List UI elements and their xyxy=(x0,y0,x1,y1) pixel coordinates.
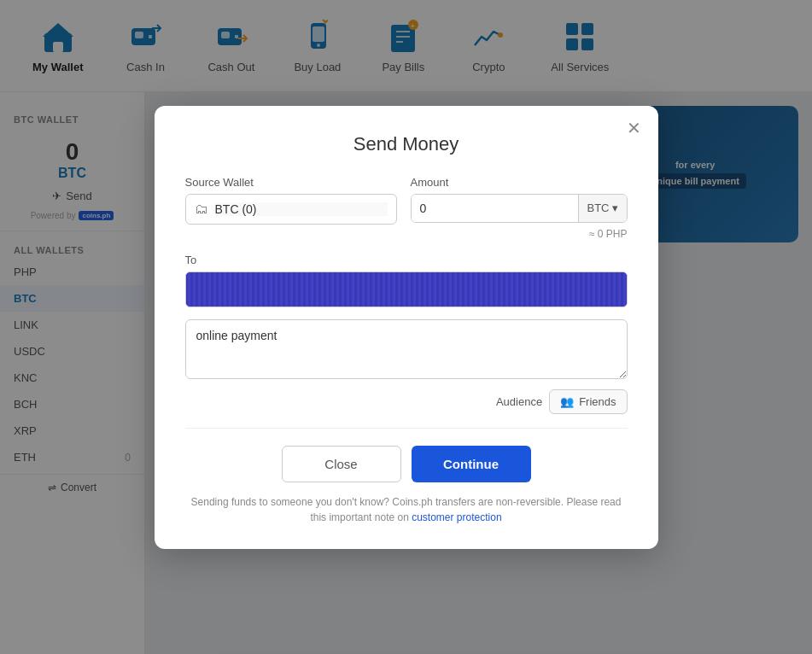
amount-label: Amount xyxy=(411,176,628,189)
to-input[interactable] xyxy=(186,272,627,307)
friends-icon: 👥 xyxy=(560,395,574,408)
audience-friends-button[interactable]: 👥 Friends xyxy=(549,389,627,414)
note-textarea[interactable]: online payment xyxy=(185,319,628,379)
to-section: To xyxy=(185,254,628,307)
to-input-redacted[interactable] xyxy=(185,272,628,307)
modal-divider xyxy=(185,428,628,429)
amount-input-wrap: BTC ▾ xyxy=(411,194,628,223)
audience-label: Audience xyxy=(496,395,542,408)
source-wallet-label: Source Wallet xyxy=(185,176,397,189)
modal-overlay: ✕ Send Money Source Wallet 🗂 Amount BTC … xyxy=(0,0,812,654)
button-row: Close Continue xyxy=(185,446,628,482)
form-row-source-amount: Source Wallet 🗂 Amount BTC ▾ ≈ 0 PHP xyxy=(185,176,628,240)
chevron-down-icon: ▾ xyxy=(612,201,618,214)
source-wallet-input-wrap: 🗂 xyxy=(185,194,397,225)
modal-close-button[interactable]: ✕ xyxy=(627,120,641,137)
continue-button[interactable]: Continue xyxy=(412,446,531,482)
modal-title: Send Money xyxy=(185,133,628,155)
php-equiv: ≈ 0 PHP xyxy=(411,228,628,240)
currency-select[interactable]: BTC ▾ xyxy=(578,195,627,222)
amount-group: Amount BTC ▾ ≈ 0 PHP xyxy=(411,176,628,240)
wallet-icon: 🗂 xyxy=(195,201,208,217)
audience-row: Audience 👥 Friends xyxy=(185,389,628,414)
customer-protection-link[interactable]: customer protection xyxy=(412,511,501,523)
friends-label: Friends xyxy=(579,395,616,408)
warning-text: Sending funds to someone you don't know?… xyxy=(185,494,628,525)
source-wallet-input[interactable] xyxy=(215,202,388,216)
send-money-modal: ✕ Send Money Source Wallet 🗂 Amount BTC … xyxy=(155,106,658,549)
to-label: To xyxy=(185,254,628,266)
source-wallet-group: Source Wallet 🗂 xyxy=(185,176,397,240)
amount-input[interactable] xyxy=(412,195,578,222)
close-button[interactable]: Close xyxy=(282,446,401,482)
warning-text-content: Sending funds to someone you don't know?… xyxy=(191,496,622,523)
currency-label: BTC xyxy=(587,201,610,214)
